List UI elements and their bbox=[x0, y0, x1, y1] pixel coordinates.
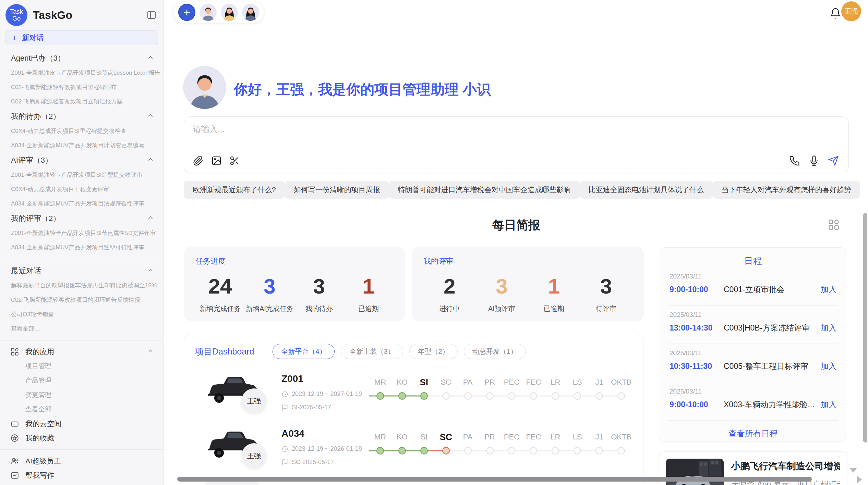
sidebar-item-favorites[interactable]: 我的收藏 bbox=[0, 431, 164, 445]
suggestion-chip[interactable]: 如何写一份清晰的项目周报 bbox=[285, 181, 389, 199]
agent-avatar-1[interactable] bbox=[200, 4, 217, 21]
sidebar-task-item[interactable]: C0X4-动力总成开发项目SI里程碑提交物检查 bbox=[0, 124, 164, 138]
sidebar-task-item[interactable]: C02-飞腾新能源轻客改款项目里程碑画布 bbox=[0, 80, 164, 95]
project-code: Z001 bbox=[281, 373, 369, 384]
sidebar-task-item[interactable]: A034-全新新能源MUV产品开发项目造型可行性评审 bbox=[0, 240, 164, 255]
milestone: MR bbox=[369, 431, 391, 477]
sidebar-section-1[interactable]: 我的待办（2） bbox=[0, 109, 164, 124]
sidebar-section-3-label: 我的评审（2） bbox=[11, 213, 147, 224]
user-avatar[interactable]: 王强 bbox=[841, 1, 861, 21]
scissors-icon[interactable] bbox=[229, 156, 240, 166]
milestone-label: J1 bbox=[588, 431, 610, 443]
star-badge-icon bbox=[10, 434, 19, 443]
sidebar-item-ai-staff[interactable]: AI超级员工 bbox=[0, 454, 164, 468]
schedule-item: 2025/03/119:00-10:00X003-车辆动力学性能验...加入 bbox=[659, 382, 847, 415]
sidebar-task-item[interactable]: A034-全新新能源MUV产品开发项目计划变更表编写 bbox=[0, 138, 164, 153]
stat-label: 新增完成任务 bbox=[195, 304, 245, 313]
agent-avatar-3[interactable] bbox=[242, 4, 259, 21]
vertical-scrollbar[interactable] bbox=[863, 213, 867, 443]
image-doc-icon bbox=[10, 471, 19, 480]
new-chat-label: 新对话 bbox=[22, 33, 44, 42]
milestone-label: PR bbox=[479, 376, 501, 388]
milestone-label: MR bbox=[369, 376, 391, 388]
briefing-card-title: 任务进度 bbox=[195, 256, 393, 266]
phone-icon[interactable] bbox=[789, 156, 800, 166]
notification-bell-icon[interactable] bbox=[830, 8, 841, 19]
sidebar-section-recent[interactable]: 最近对话 bbox=[0, 263, 164, 278]
chat-input[interactable] bbox=[193, 124, 776, 144]
stat-cell: 1已逾期 bbox=[528, 274, 580, 313]
image-icon[interactable] bbox=[211, 156, 222, 166]
milestone-timeline: MRKOSISCPAPRPECFECLRLSJ1OKTB bbox=[369, 376, 632, 423]
add-agent-button[interactable]: + bbox=[178, 4, 195, 21]
suggestion-chip[interactable]: 欧洲新规最近颁布了什么? bbox=[184, 181, 285, 199]
sidebar-item-help-write[interactable]: 帮我写作 bbox=[0, 468, 164, 483]
sidebar-section-1-label: 我的待办（2） bbox=[11, 111, 147, 122]
scroll-right-arrow-icon[interactable] bbox=[857, 476, 862, 483]
milestone: OKTB bbox=[610, 431, 632, 477]
recent-chat-item[interactable]: C02-飞腾新能源轻客改款项目的闭环通告反馈情况 bbox=[0, 293, 164, 307]
sidebar-collapse-icon[interactable] bbox=[146, 10, 157, 20]
app-sub-item[interactable]: 项目管理 bbox=[0, 359, 164, 373]
paperclip-icon[interactable] bbox=[193, 156, 204, 166]
sidebar-task-item[interactable]: C0X4-动力总成开发项目工程变更评审 bbox=[0, 182, 164, 197]
milestone-node bbox=[588, 446, 610, 456]
dashboard-filter-chip[interactable]: 动总开发（1） bbox=[464, 344, 526, 359]
suggestion-chip[interactable]: 比亚迪全固态电池计划具体说了什么 bbox=[580, 181, 713, 199]
sidebar-item-creative-draw[interactable]: 创意制图 bbox=[0, 483, 164, 485]
milestone-label: SC bbox=[435, 376, 457, 388]
sidebar-task-item[interactable]: Z001-全新燃油轻卡产品开发项目SI造型提交物评审 bbox=[0, 168, 164, 182]
recent-chat-item[interactable]: 公司Q3轻卡销量 bbox=[0, 307, 164, 322]
recent-chat-item[interactable]: 解释最新出台的欧盟报废车法规再生塑料比例被调至15%... bbox=[0, 278, 164, 293]
suggestion-chip[interactable]: 特朗普可能对进口汽车增税会对中国车企造成哪些影响 bbox=[389, 181, 580, 199]
sidebar-task-item[interactable]: Z001-全新燃油皮卡产品开发项目SI节点Lesson Learn报告 bbox=[0, 66, 164, 80]
milestone-label: KO bbox=[391, 431, 413, 443]
briefing-card-1: 我的评审2进行中3AI预评审1已逾期3待评审 bbox=[412, 247, 644, 321]
app-sub-item[interactable]: 产品管理 bbox=[0, 373, 164, 388]
dashboard-filter-chip[interactable]: 全新上装（3） bbox=[341, 344, 403, 359]
sidebar-item-cloud-space[interactable]: 我的云空间 bbox=[0, 416, 164, 431]
sidebar-section-2[interactable]: AI评审（3） bbox=[0, 153, 164, 168]
app-sub-item[interactable]: 查看全部.. bbox=[0, 402, 164, 416]
milestone-node bbox=[501, 391, 523, 401]
sidebar-task-item[interactable]: Z001-全新燃油轻卡产品开发项目SI节点属性5D文件评审 bbox=[0, 226, 164, 240]
dashboard-filter-chip[interactable]: 年型（2） bbox=[409, 344, 458, 359]
milestone-node bbox=[566, 446, 588, 456]
microphone-icon[interactable] bbox=[809, 156, 819, 166]
join-meeting-link[interactable]: 加入 bbox=[821, 284, 836, 295]
sidebar-task-item[interactable]: C02-飞腾新能源轻客改款项目立项汇报方案 bbox=[0, 95, 164, 109]
dashboard-filter-chip[interactable]: 全新平台（4） bbox=[273, 344, 335, 359]
milestone-dot bbox=[530, 447, 537, 455]
sidebar-section-3[interactable]: 我的评审（2） bbox=[0, 211, 164, 226]
milestone-node bbox=[610, 446, 632, 456]
layout-grid-icon[interactable] bbox=[828, 219, 840, 231]
schedule-date: 2025/03/11 bbox=[670, 311, 836, 319]
new-chat-button[interactable]: + 新对话 bbox=[5, 30, 158, 45]
schedule-card: 日程 2025/03/119:00-10:00C001-立项审批会加入2025/… bbox=[659, 247, 847, 442]
sidebar-section-0[interactable]: Agent已办（3） bbox=[0, 51, 164, 66]
schedule-detail: 9:00-10:00C001-立项审批会加入 bbox=[670, 284, 836, 295]
milestone: LS bbox=[566, 376, 588, 423]
join-meeting-link[interactable]: 加入 bbox=[821, 323, 836, 333]
app-sub-item[interactable]: 变更管理 bbox=[0, 388, 164, 402]
stat-label: 新增AI完成任务 bbox=[245, 304, 294, 313]
recent-chat-item[interactable]: 查看全部... bbox=[0, 322, 164, 336]
project-date-range: 2023-12-19 ~ 2026-01-19 bbox=[292, 445, 362, 452]
agent-avatar-2[interactable] bbox=[221, 4, 238, 21]
scroll-down-arrow-icon[interactable] bbox=[849, 468, 857, 473]
stat-value: 1 bbox=[528, 274, 580, 299]
horizontal-scrollbar[interactable] bbox=[177, 477, 812, 482]
view-all-schedule-link[interactable]: 查看所有日程 bbox=[659, 428, 847, 439]
join-meeting-link[interactable]: 加入 bbox=[821, 399, 836, 410]
sidebar-item-my-apps[interactable]: 我的应用 bbox=[0, 345, 164, 359]
suggestion-chip[interactable]: 当下年轻人对汽车外观有怎样的喜好趋势 bbox=[713, 181, 860, 199]
milestone-label: LS bbox=[566, 431, 588, 443]
join-meeting-link[interactable]: 加入 bbox=[821, 361, 836, 372]
send-icon[interactable] bbox=[828, 156, 839, 166]
clock-icon bbox=[281, 446, 288, 452]
milestone-node bbox=[610, 391, 632, 401]
milestone-node bbox=[413, 446, 435, 456]
sidebar-task-item[interactable]: A034-全新新能源MUV产品开发项目法规符合性评审 bbox=[0, 197, 164, 211]
milestone-dot bbox=[508, 447, 515, 455]
stat-cell: 3新增AI完成任务 bbox=[245, 274, 294, 313]
